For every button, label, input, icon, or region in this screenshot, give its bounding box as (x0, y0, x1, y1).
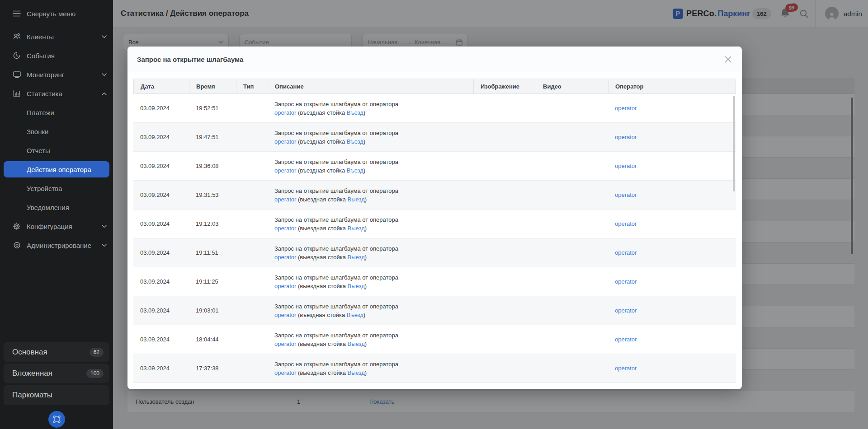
cell-extra (682, 181, 736, 209)
stand-link[interactable]: Выезд (348, 340, 365, 347)
table-row: 03.09.2024 19:52:51 Запрос на открытие ш… (133, 94, 736, 123)
operator-link[interactable]: operator (274, 167, 296, 174)
cell-extra (682, 94, 736, 122)
collapse-menu-button[interactable]: Свернуть меню (0, 0, 113, 27)
operator-column-link[interactable]: operator (615, 220, 637, 227)
cell-operator: operator (608, 296, 682, 325)
operator-link[interactable]: operator (274, 225, 296, 232)
cell-image (473, 123, 536, 151)
description-line1: Запрос на открытие шлагбаума от оператор… (274, 215, 398, 224)
zone-count-badge: 100 (86, 369, 104, 378)
stand-link[interactable]: Въезд (347, 312, 363, 318)
sidebar-item-label: Уведомления (27, 204, 107, 211)
stand-text: (выездная стойка (296, 254, 347, 261)
column-header: Дата (134, 79, 189, 93)
sidebar-item-configuration[interactable]: Конфигурация (0, 217, 113, 236)
stand-link[interactable]: Выезд (348, 369, 365, 376)
cell-video (536, 210, 608, 238)
sidebar-item-events[interactable]: События (0, 46, 113, 65)
table-row: 03.09.2024 19:36:08 Запрос на открытие ш… (133, 152, 736, 181)
stand-text-end: ) (365, 340, 367, 347)
cell-description: Запрос на открытие шлагбаума от оператор… (268, 152, 473, 180)
cell-time: 17:37:38 (189, 354, 236, 382)
description-line2: operator (въездная стойка Въезд) (274, 311, 365, 319)
sidebar-item-calls[interactable]: Звонки (0, 122, 113, 141)
operator-link[interactable]: operator (274, 340, 296, 347)
sidebar-item-label: События (27, 52, 107, 60)
cell-image (473, 354, 536, 382)
operator-column-link[interactable]: operator (615, 336, 637, 343)
cell-video (536, 238, 608, 267)
barrier-request-modal: Запрос на открытие шлагбаума ДатаВремяТи… (127, 47, 742, 389)
operator-column-link[interactable]: operator (615, 105, 637, 112)
column-header: Описание (268, 79, 474, 93)
operator-link[interactable]: operator (274, 196, 296, 203)
table-scrollbar[interactable] (733, 96, 735, 191)
sidebar-item-reports[interactable]: Отчеты (0, 141, 113, 160)
sidebar-item-label: Клиенты (27, 33, 98, 41)
close-icon[interactable] (723, 55, 732, 64)
zone-button-main[interactable]: Основная62 (4, 342, 109, 362)
operator-column-link[interactable]: operator (615, 365, 637, 372)
stand-text: (въездная стойка (296, 109, 346, 116)
sidebar-item-operator-actions[interactable]: Действия оператора (4, 161, 109, 177)
cell-extra (682, 123, 736, 151)
cell-operator: operator (608, 94, 682, 122)
operator-column-link[interactable]: operator (615, 278, 637, 285)
app: Свернуть меню КлиентыСобытияМониторингСт… (0, 0, 868, 429)
cell-type (236, 94, 268, 122)
cell-time: 19:36:08 (189, 152, 236, 180)
operator-column-link[interactable]: operator (615, 134, 637, 140)
sidebar-item-notifications[interactable]: Уведомления (0, 198, 113, 217)
stand-link[interactable]: Въезд (347, 167, 363, 174)
stand-link[interactable]: Выезд (348, 283, 365, 289)
operator-column-link[interactable]: operator (615, 163, 637, 169)
sidebar-item-devices[interactable]: Устройства (0, 179, 113, 198)
sidebar-item-clients[interactable]: Клиенты (0, 27, 113, 46)
cell-video (536, 267, 608, 296)
description-line1: Запрос на открытие шлагбаума от оператор… (274, 331, 398, 340)
cell-date: 03.09.2024 (133, 210, 189, 238)
cell-description: Запрос на открытие шлагбаума от оператор… (268, 123, 473, 151)
stand-link[interactable]: Въезд (347, 109, 363, 116)
zone-count-badge: 62 (90, 348, 104, 357)
cell-operator: operator (608, 354, 682, 382)
zone-selection-button[interactable] (48, 411, 65, 428)
cell-type (236, 238, 268, 267)
cell-date: 03.09.2024 (133, 94, 189, 122)
cell-time: 19:11:25 (189, 267, 236, 296)
cell-image (473, 94, 536, 122)
stand-text: (въездная стойка (296, 312, 346, 318)
operator-link[interactable]: operator (274, 369, 296, 376)
sidebar-item-statistics[interactable]: Статистика (0, 84, 113, 103)
cell-image (473, 152, 536, 180)
cell-date: 03.09.2024 (133, 267, 189, 296)
operator-link[interactable]: operator (274, 283, 296, 289)
sidebar-item-label: Администрирование (27, 242, 98, 249)
stand-text-end: ) (365, 225, 367, 232)
operator-link[interactable]: operator (274, 312, 296, 318)
cell-time: 19:47:51 (189, 123, 236, 151)
operator-column-link[interactable]: operator (615, 249, 637, 256)
stand-link[interactable]: Въезд (347, 138, 363, 145)
operator-column-link[interactable]: operator (615, 307, 637, 314)
cell-image (473, 296, 536, 325)
stand-link[interactable]: Выезд (348, 196, 365, 203)
sidebar-item-administration[interactable]: Администрирование (0, 236, 113, 255)
cell-image (473, 181, 536, 209)
zone-button-parkomats[interactable]: Паркоматы (4, 385, 109, 405)
operator-link[interactable]: operator (274, 254, 296, 261)
stand-link[interactable]: Выезд (348, 225, 365, 232)
operator-link[interactable]: operator (274, 109, 296, 116)
cell-operator: operator (608, 210, 682, 238)
zone-button-nested[interactable]: Вложенная100 (4, 364, 109, 383)
operator-column-link[interactable]: operator (615, 191, 637, 198)
cell-type (236, 123, 268, 151)
sidebar-item-monitoring[interactable]: Мониторинг (0, 65, 113, 84)
cell-description: Запрос на открытие шлагбаума от оператор… (268, 181, 473, 209)
content-area: Статистика / Действия оператора P PERCo.… (113, 0, 868, 429)
operator-link[interactable]: operator (274, 138, 296, 145)
stand-text-end: ) (363, 138, 365, 145)
stand-link[interactable]: Выезд (348, 254, 365, 261)
sidebar-item-payments[interactable]: Платежи (0, 103, 113, 122)
